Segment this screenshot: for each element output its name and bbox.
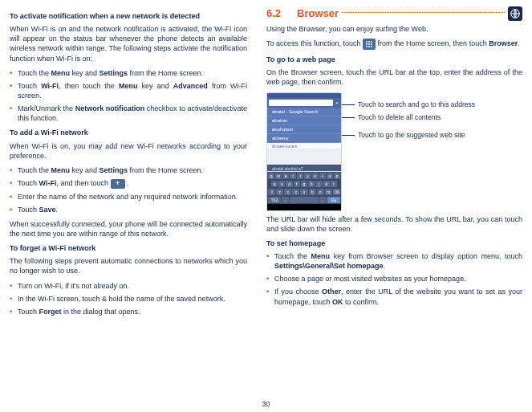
svg-point-8 xyxy=(368,46,370,47)
callout-text: Touch to search and go to this address xyxy=(358,100,475,109)
list-item: Touch Wi-Fi, and then touch . xyxy=(10,178,247,189)
text: Network notification xyxy=(75,104,145,112)
key: ⌫ xyxy=(333,189,340,195)
svg-point-6 xyxy=(371,43,372,45)
list-item: Touch Save. xyxy=(10,205,247,214)
list-item: In the Wi-Fi screen, touch & hold the na… xyxy=(10,294,247,304)
bullet-list-1: Touch the Menu key and Settings from the… xyxy=(10,68,247,124)
text: Touch the xyxy=(18,166,51,174)
heading-add-wifi: To add a Wi-Fi network xyxy=(10,128,247,137)
hint-row: alcatel alcohol a? xyxy=(267,165,341,172)
para-urlbar-desc: On the Browser screen, touch the URL bar… xyxy=(266,67,522,87)
text: Touch xyxy=(18,82,41,90)
callout-2: Touch to delete all contents xyxy=(342,113,441,122)
key: v xyxy=(300,189,307,195)
text: Touch the xyxy=(18,69,51,77)
list-item: Turn on Wi-Fi, if it's not already on. xyxy=(10,281,247,291)
callout-text: Touch to delete all contents xyxy=(358,113,441,122)
text: Menu xyxy=(311,252,331,260)
plus-icon xyxy=(111,179,125,189)
apps-icon xyxy=(363,39,376,50)
key: c xyxy=(292,189,299,195)
key: e xyxy=(282,173,289,179)
chapter-number: 6.2 xyxy=(266,6,281,21)
keyboard: alcatel alcohol a? qwertyuiop asdfghjkl … xyxy=(267,165,341,210)
list-item: If you choose Other, enter the URL of th… xyxy=(266,287,522,306)
text: , then touch the xyxy=(59,82,119,90)
list-item: Mark/Unmark the Network notification che… xyxy=(10,104,247,123)
key: ⇧ xyxy=(268,189,275,195)
sub-suggestion: Alcatel-Lucent xyxy=(267,143,341,149)
key: x xyxy=(284,189,291,195)
list-item: Touch Wi-Fi, then touch the Menu key and… xyxy=(10,81,247,100)
text: . xyxy=(518,40,520,48)
key-space xyxy=(290,197,319,203)
text: Wi-Fi xyxy=(39,179,57,187)
para-activate-desc: When Wi-Fi is on and the network notific… xyxy=(10,24,247,63)
text: Settings xyxy=(99,166,128,174)
url-field xyxy=(269,100,333,106)
para-browser-access: To access this function, touch from the … xyxy=(266,39,522,50)
text: in the dialog that opens. xyxy=(62,308,140,316)
callout-1: Touch to search and go to this address xyxy=(342,100,475,109)
list-item: Touch Forget in the dialog that opens. xyxy=(10,307,247,316)
suggestion-row: alchemy xyxy=(267,134,341,143)
text: Touch xyxy=(18,206,39,214)
text: key and xyxy=(70,166,99,174)
svg-point-3 xyxy=(371,41,372,43)
key: s xyxy=(278,181,285,187)
key: w xyxy=(275,173,282,179)
key: g xyxy=(301,181,307,187)
bullet-list-2: Touch the Menu key and Settings from the… xyxy=(10,165,247,214)
para-urlbar-hide: The URL bar will hide after a few second… xyxy=(266,214,522,234)
text: Wi-Fi xyxy=(41,82,59,90)
chapter-dots xyxy=(342,12,505,13)
chapter-title: Browser xyxy=(297,6,339,21)
callout-container: Touch to search and go to this address T… xyxy=(342,92,522,211)
text: Mark/Unmark the xyxy=(18,104,75,112)
suggestion-row: alcatraz xyxy=(267,116,341,125)
key: k xyxy=(323,181,330,187)
key: u xyxy=(312,173,319,179)
text: OK xyxy=(332,298,343,306)
svg-point-4 xyxy=(366,43,368,45)
text: Save xyxy=(39,206,56,214)
key: q xyxy=(268,173,274,179)
bullet-list-3: Turn on Wi-Fi, if it's not already on. I… xyxy=(10,281,247,316)
left-column: To activate notification when a new netw… xyxy=(0,0,257,412)
text: . xyxy=(125,179,129,187)
screenshot-with-callouts: × alcatel - Google Search alcatraz alcoh… xyxy=(266,92,522,211)
svg-point-9 xyxy=(371,46,372,47)
list-item: Touch the Menu key and Settings from the… xyxy=(10,165,247,175)
url-bar: × xyxy=(267,98,341,108)
key: . xyxy=(319,197,327,203)
list-item: Choose a page or most visited websites a… xyxy=(266,274,522,284)
text: . xyxy=(384,262,386,270)
text: Forget xyxy=(39,308,62,316)
chapter-heading: 6.2 Browser xyxy=(266,6,522,21)
suggestion-row: alcatel - Google Search xyxy=(267,108,341,116)
list-item: Touch the Menu key and Settings from the… xyxy=(10,68,247,78)
para-add-wifi: When Wi-Fi is on, you may add new Wi-Fi … xyxy=(10,141,247,161)
heading-forget-wifi: To forget a Wi-Fi network xyxy=(10,243,247,253)
heading-go-to-page: To go to a web page xyxy=(266,55,522,64)
list-item: Enter the name of the network and any re… xyxy=(10,192,247,202)
text: Touch the xyxy=(274,252,311,260)
key: h xyxy=(308,181,315,187)
text: Browser xyxy=(489,40,518,48)
callout-3: Touch to go the suggested web site xyxy=(342,131,465,140)
key-go: Go xyxy=(327,197,340,203)
key: m xyxy=(325,189,332,195)
text: key from Browser screen to display optio… xyxy=(330,252,522,260)
text: Touch xyxy=(18,308,39,316)
bullet-list-homepage: Touch the Menu key from Browser screen t… xyxy=(266,251,522,307)
text: . xyxy=(56,206,59,214)
key: o xyxy=(327,173,333,179)
para-connected: When successfully connected, your phone … xyxy=(10,219,247,239)
suggestion-row: alcoholism xyxy=(267,125,341,134)
list-item: Touch the Menu key from Browser screen t… xyxy=(266,251,522,271)
clear-icon: × xyxy=(335,100,339,105)
text: from the Home screen, then touch xyxy=(376,40,489,48)
key: t xyxy=(297,173,303,179)
key-row: qwertyuiop xyxy=(267,172,341,180)
